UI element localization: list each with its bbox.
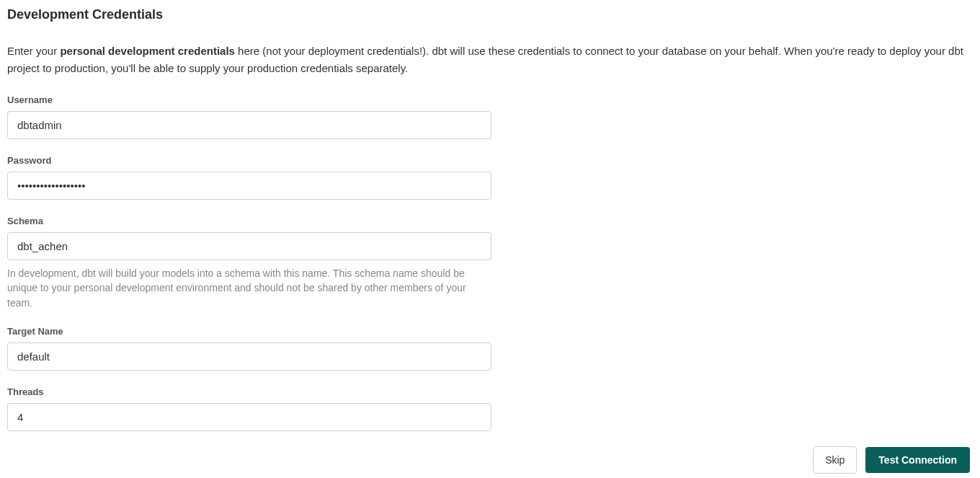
threads-label: Threads: [7, 386, 491, 397]
footer-buttons: Skip Test Connection: [813, 446, 970, 474]
desc-prefix: Enter your: [7, 45, 60, 57]
target-name-group: Target Name: [7, 326, 491, 371]
username-label: Username: [7, 94, 491, 105]
password-label: Password: [7, 155, 491, 166]
password-group: Password: [7, 155, 491, 200]
username-group: Username: [7, 94, 491, 139]
credentials-description: Enter your personal development credenti…: [7, 43, 973, 77]
target-name-input[interactable]: [7, 342, 491, 371]
test-connection-button[interactable]: Test Connection: [865, 447, 970, 473]
schema-help-text: In development, dbt will build your mode…: [7, 266, 491, 310]
desc-bold: personal development credentials: [60, 45, 235, 57]
page-title: Development Credentials: [7, 7, 973, 22]
target-name-label: Target Name: [7, 326, 491, 337]
username-input[interactable]: [7, 111, 491, 139]
schema-group: Schema In development, dbt will build yo…: [7, 216, 491, 310]
schema-label: Schema: [7, 216, 491, 226]
schema-input[interactable]: [7, 232, 491, 260]
skip-button[interactable]: Skip: [813, 446, 857, 474]
threads-input[interactable]: [7, 403, 491, 431]
threads-group: Threads: [7, 386, 491, 431]
password-input[interactable]: [7, 172, 491, 200]
